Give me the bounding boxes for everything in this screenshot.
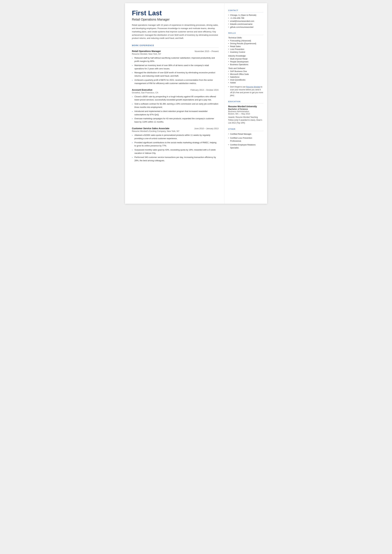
contact-item-linkedin: linkedin.com/in/username [228, 23, 263, 25]
resume-page: First Last Retail Operations Manager Ret… [125, 3, 267, 204]
skills-group-title-tools: Tools and Software: [228, 67, 263, 70]
job-title-3: Customer Service Sales Associate [132, 127, 169, 130]
edu-degree: Bachelor of Science [228, 108, 263, 110]
job-company-3: Resume Worded's Exciting Company, New Yo… [132, 130, 219, 132]
other-section: OTHER Certified Retail Manager. Certifie… [228, 128, 263, 149]
edu-school: Resume Worded University [228, 105, 263, 108]
other-item-1: Certified Retail Manager. [228, 133, 263, 136]
education-section: EDUCATION Resume Worded University Bache… [228, 101, 263, 124]
bullet: Closed a $92K sale by prospecting in a t… [132, 95, 219, 102]
job-company-1: Resume Worded, New York, NY [132, 53, 219, 55]
skills-group-title-industry: Industry Knowledge: [228, 55, 263, 57]
skill-item: Salesforce [228, 76, 263, 78]
candidate-name: First Last [132, 9, 219, 17]
skills-list-industry: Multi-channel Retail People Development … [228, 58, 263, 66]
bullet: Provided significant contributions to th… [132, 141, 219, 148]
bullet: Oversaw marketing campaigns for 43 new p… [132, 117, 219, 124]
other-label: OTHER [228, 128, 263, 131]
bullet: Maintained an inventory level of over 88… [132, 64, 219, 70]
skill-item: Microsoft Office Suite [228, 73, 263, 75]
bullet: Sold a software contract for $1.8M, earn… [132, 102, 219, 109]
skill-item: People Development [228, 61, 263, 63]
contact-item-phone: +1-234-456-789 [228, 17, 263, 19]
candidate-title: Retail Operations Manager [132, 18, 219, 21]
main-column: First Last Retail Operations Manager Ret… [125, 3, 224, 204]
bullet: Achieved a quarterly profit of $87K for … [132, 78, 219, 85]
skill-item: Forecasting (Advanced) [228, 40, 263, 42]
contact-item-email: email@resumeworded.com [228, 20, 263, 22]
work-experience-section: WORK EXPERIENCE Retail Operations Manage… [132, 44, 219, 162]
job-block-1: Retail Operations Manager November 2015 … [132, 50, 219, 85]
bullet: Surpassed monthly sales goal by 43%, exc… [132, 148, 219, 155]
contact-item-github: github.com/resumeworded [228, 26, 263, 28]
skills-note: Don't forget to use Resume Worded to sca… [228, 85, 263, 97]
bullet: Performed 340 customer service transacti… [132, 156, 219, 162]
job-dates-1: November 2015 – Present [195, 50, 219, 52]
contact-list: Chicago, IL (Open to Remote) +1-234-456-… [228, 14, 263, 28]
job-header-1: Retail Operations Manager November 2015 … [132, 50, 219, 52]
edu-field: Business Administration [228, 110, 263, 112]
skills-group-title-technical: Technical Skills: [228, 37, 263, 39]
job-header-2: Account Executive February 2013 – Octobe… [132, 89, 219, 91]
skill-item: Business Operations [228, 63, 263, 66]
sidebar-column: CONTACT Chicago, IL (Open to Remote) +1-… [224, 3, 267, 204]
job-title-1: Retail Operations Manager [132, 50, 161, 52]
skills-section: SKILLS Technical Skills: Forecasting (Ad… [228, 32, 263, 97]
skill-item: Retail Sales [228, 45, 263, 48]
job-company-2: Growthsi, San Francisco, CA [132, 91, 219, 94]
skill-item: Multi-channel Retail [228, 58, 263, 60]
edu-awards: Awards: Resume Worded Teaching Fellow (o… [228, 116, 263, 124]
work-experience-label: WORK EXPERIENCE [132, 44, 219, 48]
contact-section: CONTACT Chicago, IL (Open to Remote) +1-… [228, 9, 263, 28]
contact-item-location: Chicago, IL (Open to Remote) [228, 14, 263, 16]
job-block-3: Customer Service Sales Associate June 20… [132, 127, 219, 162]
bullet: Attained a $150K sales quota in personal… [132, 133, 219, 140]
job-block-2: Account Executive February 2013 – Octobe… [132, 89, 219, 124]
skill-item: Inventory Control [228, 51, 263, 53]
job-bullets-2: Closed a $92K sale by prospecting in a t… [132, 95, 219, 124]
education-label: EDUCATION [228, 101, 263, 104]
skill-item: Adobe [228, 82, 263, 84]
skill-item: Intuit QuickBooks [228, 79, 263, 81]
contact-label: CONTACT [228, 9, 263, 13]
skill-item: Loss Prevention [228, 48, 263, 50]
skills-list-tools: SAP Business One Microsoft Office Suite … [228, 70, 263, 84]
edu-location-date: Boston, MA — May 2010 [228, 113, 263, 115]
job-header-3: Customer Service Sales Associate June 20… [132, 127, 219, 130]
resume-worded-link[interactable]: Resume Worded [246, 86, 260, 88]
job-dates-3: June 2010 – January 2013 [194, 127, 219, 130]
other-item-3: Certified Employee Relations Specialist. [228, 143, 263, 149]
job-dates-2: February 2013 – October 2015 [190, 89, 219, 91]
skill-item: Driving Results (Experienced) [228, 42, 263, 45]
bullet: Managed the distribution of over $1M wor… [132, 71, 219, 78]
other-list: Certified Retail Manager. Certified Loss… [228, 133, 263, 149]
summary-text: Retail operations manager with 10 years … [132, 23, 219, 40]
skill-item: SAP Business One [228, 70, 263, 72]
bullet: Introduced and implemented a client rete… [132, 110, 219, 116]
other-item-2: Certified Loss Prevention Professional. [228, 137, 263, 143]
skills-list-technical: Forecasting (Advanced) Driving Results (… [228, 40, 263, 53]
job-bullets-3: Attained a $150K sales quota in personal… [132, 133, 219, 162]
job-title-2: Account Executive [132, 89, 153, 91]
job-bullets-1: Reduced staff by half without sacrificin… [132, 56, 219, 85]
skills-label: SKILLS [228, 32, 263, 35]
bullet: Reduced staff by half without sacrificin… [132, 56, 219, 63]
